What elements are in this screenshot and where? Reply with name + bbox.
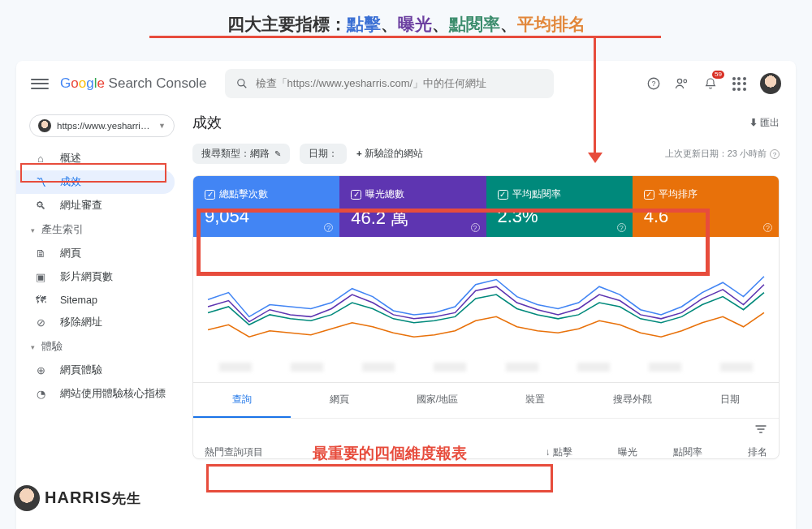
trend-icon: 〽 [34, 176, 47, 188]
chevron-down-icon: ▼ [158, 122, 166, 130]
annotation-title: 四大主要指標：點擊、曝光、點閱率、平均排名 [227, 13, 585, 36]
menu-icon[interactable] [31, 75, 49, 92]
th-ctr[interactable]: 點閱率 [637, 446, 702, 458]
info-icon: ? [770, 149, 780, 159]
tab-pages[interactable]: 網頁 [291, 383, 388, 418]
sidebar-item-overview[interactable]: ⌂概述 [16, 147, 175, 170]
sidebar-item-pages[interactable]: 🗎網頁 [16, 242, 175, 265]
bell-icon[interactable]: 59 [703, 76, 718, 91]
people-icon[interactable] [675, 76, 689, 91]
annotation-mid: 最重要的四個維度報表 [313, 443, 467, 464]
svg-line-1 [243, 85, 246, 88]
sidebar-section-index[interactable]: 產生索引 [16, 217, 183, 242]
speed-icon: ◔ [34, 388, 47, 400]
annotation-arrow [594, 37, 596, 156]
search-icon [236, 78, 248, 89]
sidebar-item-cwv[interactable]: ◔網站使用體驗核心指標 [16, 382, 175, 406]
site-selector[interactable]: https://www.yesharri… ▼ [29, 114, 175, 137]
page-icon: 🗎 [34, 247, 47, 260]
plus-circle-icon: ⊕ [34, 364, 47, 376]
edit-icon: ✎ [274, 149, 281, 158]
chart [193, 237, 779, 363]
filter-chip-searchtype[interactable]: 搜尋類型：網路✎ [192, 144, 290, 164]
page-title: 成效 [192, 113, 222, 132]
tab-query[interactable]: 查詢 [193, 383, 291, 418]
sitemap-icon: 🗺 [34, 294, 47, 306]
video-icon: ▣ [34, 271, 47, 283]
help-icon[interactable]: ? [646, 76, 661, 91]
apps-icon[interactable] [732, 76, 746, 91]
remove-icon: ⊘ [34, 316, 47, 329]
sidebar-section-exp[interactable]: 體驗 [16, 334, 183, 359]
last-updated: 上次更新日期：23 小時前? [665, 148, 780, 160]
sidebar-item-pageexp[interactable]: ⊕網頁體驗 [16, 359, 175, 382]
add-filter-button[interactable]: 新驗證的網站 [356, 148, 423, 160]
main-content: 成效 匯出 搜尋類型：網路✎ 日期： 新驗證的網站 上次更新日期：23 小時前?… [183, 110, 796, 529]
harris-logo: HARRIS先生 [14, 485, 141, 511]
metric-impressions[interactable]: ✓曝光總數46.2 萬? [339, 176, 486, 237]
notification-badge: 59 [712, 71, 724, 79]
svg-point-4 [677, 79, 681, 83]
sidebar-item-remove[interactable]: ⊘移除網址 [16, 311, 175, 334]
avatar[interactable] [760, 73, 781, 94]
filter-bar: 搜尋類型：網路✎ 日期： 新驗證的網站 上次更新日期：23 小時前? [192, 144, 780, 164]
metric-clicks[interactable]: ✓總點擊次數9,054? [193, 176, 339, 237]
sidebar-item-sitemap[interactable]: 🗺Sitemap [16, 289, 175, 311]
dimension-tabs: 查詢 網頁 國家/地區 裝置 搜尋外觀 日期 [193, 382, 779, 418]
site-avatar-icon [38, 119, 51, 132]
th-clicks[interactable]: 點擊 [508, 446, 572, 458]
annotation-underline [149, 36, 661, 38]
tab-device[interactable]: 裝置 [486, 383, 584, 418]
sidebar-item-performance[interactable]: 〽成效 [16, 170, 175, 194]
search-input[interactable]: 檢查「https://www.yesharris.com/」中的任何網址 [225, 69, 554, 98]
metrics-row: ✓總點擊次數9,054? ✓曝光總數46.2 萬? ✓平均點閱率2.3%? ✓平… [193, 176, 779, 237]
filter-chip-date[interactable]: 日期： [300, 144, 347, 164]
harris-avatar-icon [14, 485, 40, 511]
sidebar: https://www.yesharri… ▼ ⌂概述 〽成效 🔍︎網址審查 產… [16, 110, 183, 529]
magnify-icon: 🔍︎ [34, 200, 47, 212]
svg-point-5 [684, 80, 687, 83]
topbar: Google Search Console 檢查「https://www.yes… [16, 61, 796, 110]
home-icon: ⌂ [34, 153, 47, 165]
tab-date[interactable]: 日期 [681, 383, 779, 418]
table-filter-icon[interactable] [193, 418, 779, 440]
search-placeholder: 檢查「https://www.yesharris.com/」中的任何網址 [256, 76, 487, 91]
svg-point-0 [237, 80, 244, 86]
gsc-logo: Google Search Console [60, 75, 207, 92]
th-impr[interactable]: 曝光 [572, 446, 637, 458]
tab-country[interactable]: 國家/地區 [388, 383, 486, 418]
svg-text:?: ? [651, 80, 655, 88]
tab-appearance[interactable]: 搜尋外觀 [584, 383, 681, 418]
table-header: 熱門查詢項目 點擊 曝光 點閱率 排名 [193, 440, 779, 458]
sidebar-item-video[interactable]: ▣影片網頁數 [16, 265, 175, 289]
th-pos[interactable]: 排名 [702, 446, 767, 458]
export-button[interactable]: 匯出 [749, 116, 780, 130]
chart-xaxis-blurred [193, 363, 779, 377]
metric-position[interactable]: ✓平均排序4.6? [633, 176, 779, 237]
performance-card: ✓總點擊次數9,054? ✓曝光總數46.2 萬? ✓平均點閱率2.3%? ✓平… [192, 175, 780, 459]
metric-ctr[interactable]: ✓平均點閱率2.3%? [486, 176, 633, 237]
sidebar-item-urlinspect[interactable]: 🔍︎網址審查 [16, 194, 175, 217]
